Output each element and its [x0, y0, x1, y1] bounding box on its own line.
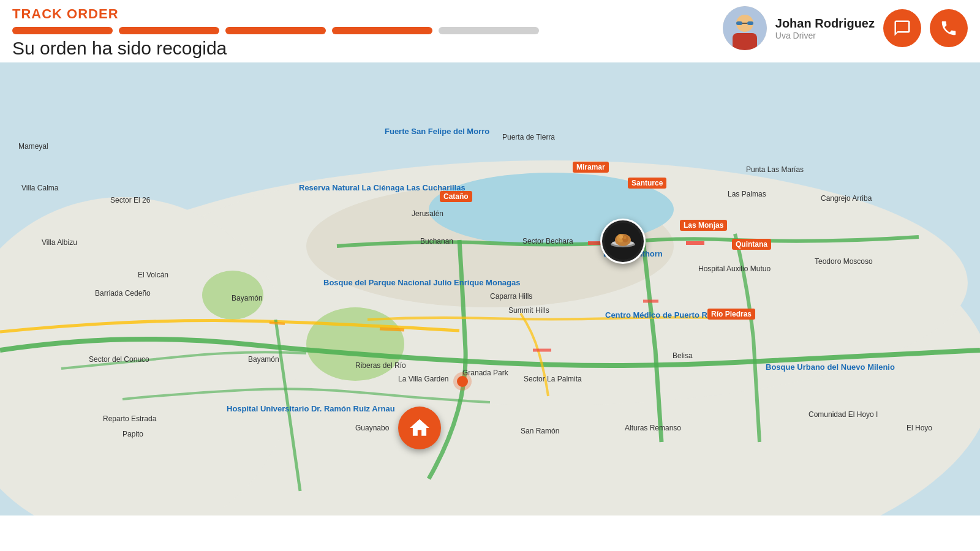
- svg-rect-3: [736, 21, 742, 25]
- progress-segment-1: [12, 27, 113, 34]
- svg-point-27: [624, 236, 627, 239]
- home-icon: [408, 416, 431, 440]
- avatar: [723, 6, 767, 50]
- progress-segment-2: [119, 27, 219, 34]
- driver-info: Johan Rodriguez Uva Driver: [723, 6, 968, 50]
- driver-role: Uva Driver: [775, 31, 875, 40]
- phone-icon: [940, 19, 958, 37]
- progress-segment-5: [439, 27, 539, 34]
- food-icon: [605, 223, 641, 260]
- driver-details: Johan Rodriguez Uva Driver: [775, 17, 875, 40]
- driver-food-marker: [600, 219, 646, 264]
- call-button[interactable]: [930, 9, 968, 47]
- svg-rect-1: [733, 33, 757, 50]
- message-button[interactable]: [883, 9, 921, 47]
- driver-name: Johan Rodriguez: [775, 17, 875, 31]
- map-background: [0, 62, 980, 515]
- progress-segment-3: [225, 27, 326, 34]
- progress-bar: [12, 27, 539, 34]
- svg-line-18: [380, 329, 404, 330]
- home-marker: [398, 407, 441, 449]
- map-container[interactable]: Fuerte San Felipe del MorroPuerta de Tie…: [0, 62, 980, 515]
- header: TRACK ORDER Su orden ha sido recogida: [0, 0, 980, 62]
- svg-line-19: [270, 323, 285, 324]
- progress-segment-4: [332, 27, 432, 34]
- svg-rect-4: [747, 21, 753, 25]
- svg-point-13: [202, 271, 263, 320]
- svg-point-26: [619, 235, 623, 239]
- message-icon: [893, 19, 911, 37]
- location-pulse: [457, 376, 468, 387]
